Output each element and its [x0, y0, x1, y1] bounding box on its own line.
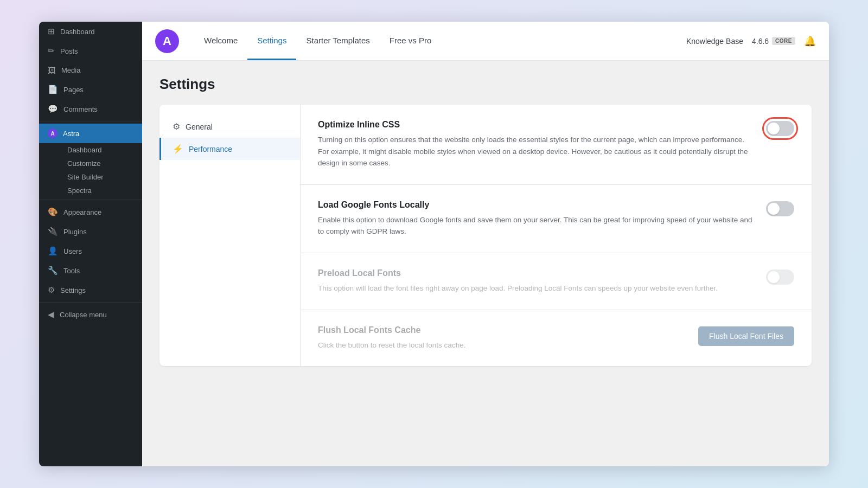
sidebar-item-posts[interactable]: ✏ Posts: [39, 41, 142, 61]
setting-info-flush-cache: Flush Local Fonts Cache Click the button…: [318, 325, 685, 351]
setting-title-preload-fonts: Preload Local Fonts: [318, 268, 753, 278]
setting-desc-google-fonts: Enable this option to download Google fo…: [318, 214, 753, 237]
setting-info-optimize: Optimize Inline CSS Turning on this opti…: [318, 120, 753, 169]
performance-icon: ⚡: [173, 144, 183, 154]
tab-starter-templates[interactable]: Starter Templates: [296, 22, 379, 60]
plugins-icon: 🔌: [48, 227, 58, 236]
tools-icon: 🔧: [48, 266, 58, 275]
tab-free-vs-pro[interactable]: Free vs Pro: [380, 22, 442, 60]
sidebar-item-pages[interactable]: 📄 Pages: [39, 80, 142, 99]
nav-right: Knowledge Base 4.6.6 CORE 🔔: [686, 35, 816, 47]
settings-icon: ⚙: [48, 285, 55, 295]
settings-panel: Optimize Inline CSS Turning on this opti…: [301, 105, 812, 366]
sidebar-item-settings[interactable]: ⚙ Settings: [39, 280, 142, 300]
setting-row-optimize-inline-css: Optimize Inline CSS Turning on this opti…: [301, 105, 812, 185]
sidebar-item-tools[interactable]: 🔧 Tools: [39, 261, 142, 280]
toggle-preload-fonts[interactable]: [766, 269, 794, 285]
setting-desc-flush-cache: Click the button to reset the local font…: [318, 339, 685, 351]
settings-sidebar: ⚙ General ⚡ Performance: [159, 105, 301, 366]
sidebar-item-plugins[interactable]: 🔌 Plugins: [39, 222, 142, 241]
core-badge: CORE: [772, 37, 795, 45]
astra-sub-menu: Dashboard Customize Site Builder Spectra: [39, 143, 142, 197]
sidebar-item-dashboard[interactable]: ⊞ Dashboard: [39, 22, 142, 41]
sidebar-sub-item-spectra[interactable]: Spectra: [61, 184, 142, 197]
sidebar-sub-item-dashboard[interactable]: Dashboard: [61, 143, 142, 157]
comments-icon: 💬: [48, 104, 58, 114]
sidebar-item-media[interactable]: 🖼 Media: [39, 61, 142, 80]
setting-info-google-fonts: Load Google Fonts Locally Enable this op…: [318, 200, 753, 237]
toggle-optimize-inline-css[interactable]: [766, 121, 794, 136]
appearance-icon: 🎨: [48, 207, 58, 217]
toggle-wrap-preload-fonts: [766, 268, 794, 285]
flush-button-wrap: Flush Local Font Files: [698, 325, 794, 346]
flush-local-font-files-button[interactable]: Flush Local Font Files: [698, 326, 794, 346]
setting-desc-optimize: Turning on this option ensures that the …: [318, 134, 753, 169]
sidebar-item-users[interactable]: 👤 Users: [39, 241, 142, 261]
version-number: 4.6.6: [752, 37, 769, 46]
posts-icon: ✏: [48, 46, 55, 56]
setting-info-preload-fonts: Preload Local Fonts This option will loa…: [318, 268, 753, 294]
pages-icon: 📄: [48, 85, 58, 94]
sidebar-item-appearance[interactable]: 🎨 Appearance: [39, 202, 142, 222]
setting-title-optimize: Optimize Inline CSS: [318, 120, 753, 130]
bell-icon[interactable]: 🔔: [804, 35, 816, 47]
dashboard-icon: ⊞: [48, 27, 55, 36]
toggle-google-fonts[interactable]: [766, 201, 794, 216]
media-icon: 🖼: [48, 66, 56, 75]
top-nav: A Welcome Settings Starter Templates Fre…: [142, 22, 829, 61]
general-icon: ⚙: [173, 121, 180, 132]
nav-tabs: Welcome Settings Starter Templates Free …: [194, 22, 441, 60]
setting-row-google-fonts: Load Google Fonts Locally Enable this op…: [301, 185, 812, 253]
settings-layout: ⚙ General ⚡ Performance Optimize Inline …: [159, 105, 812, 366]
sidebar-item-comments[interactable]: 💬 Comments: [39, 99, 142, 119]
toggle-wrap-google-fonts: [766, 200, 794, 216]
setting-desc-preload-fonts: This option will load the font files rig…: [318, 282, 753, 294]
sidebar: ⊞ Dashboard ✏ Posts 🖼 Media 📄 Pages 💬 Co…: [39, 22, 142, 466]
astra-logo: A: [155, 29, 179, 53]
main-content: A Welcome Settings Starter Templates Fre…: [142, 22, 829, 466]
page-title: Settings: [159, 76, 812, 93]
users-icon: 👤: [48, 246, 58, 256]
setting-title-google-fonts: Load Google Fonts Locally: [318, 200, 753, 210]
tab-settings[interactable]: Settings: [247, 22, 296, 60]
setting-row-preload-fonts: Preload Local Fonts This option will loa…: [301, 253, 812, 310]
astra-icon: A: [48, 129, 58, 138]
tab-welcome[interactable]: Welcome: [194, 22, 247, 60]
version-badge: 4.6.6 CORE: [752, 37, 795, 46]
page-body: Settings ⚙ General ⚡ Performance: [142, 61, 829, 466]
setting-title-flush-cache: Flush Local Fonts Cache: [318, 325, 685, 335]
sidebar-item-astra[interactable]: A Astra: [39, 124, 142, 143]
sidebar-sub-item-site-builder[interactable]: Site Builder: [61, 170, 142, 184]
collapse-icon: ◀: [48, 310, 54, 319]
toggle-wrap-optimize: [766, 120, 794, 136]
sidebar-sub-item-customize[interactable]: Customize: [61, 157, 142, 170]
setting-row-flush-cache: Flush Local Fonts Cache Click the button…: [301, 310, 812, 367]
collapse-menu-button[interactable]: ◀ Collapse menu: [39, 305, 142, 324]
settings-nav-performance[interactable]: ⚡ Performance: [159, 138, 300, 160]
settings-nav-general[interactable]: ⚙ General: [159, 115, 300, 138]
knowledge-base-link[interactable]: Knowledge Base: [686, 37, 743, 46]
